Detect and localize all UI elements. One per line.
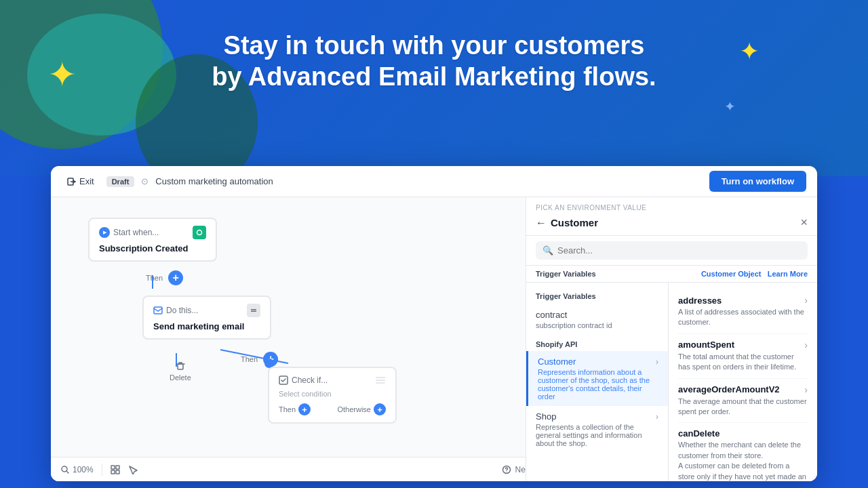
panel-right-column: addresses › A list of addresses associat… xyxy=(669,283,817,481)
then3-label: Then xyxy=(279,405,296,413)
turn-on-button[interactable]: Turn on workflow xyxy=(709,171,806,192)
workflow-title: Custom marketing automation xyxy=(155,176,273,186)
shop-chevron: › xyxy=(656,411,658,422)
svg-rect-14 xyxy=(111,466,115,469)
then1-label: Then xyxy=(146,274,163,282)
search-icon: 🔍 xyxy=(542,245,553,256)
panel-left-column: Trigger Variables contract subscription … xyxy=(526,283,669,481)
panel-content: Trigger Variables contract subscription … xyxy=(526,283,817,481)
hero-line1: Stay in touch with your customers xyxy=(0,30,868,62)
delete-button[interactable]: Delete xyxy=(170,360,191,382)
app-window: Exit Draft ⊙ Custom marketing automation… xyxy=(51,166,817,481)
panel-title: Customer xyxy=(551,217,598,228)
prop-averageorderamount[interactable]: averageOrderAmountV2 › The average amoun… xyxy=(678,379,808,424)
col-header-right-text: Customer Object xyxy=(701,270,762,278)
otherwise-branch-btn[interactable]: + xyxy=(374,403,386,415)
workflow-title-text: Custom marketing automation xyxy=(155,176,273,186)
right-panel: PICK AN ENVIRONMENT VALUE ← Customer × 🔍… xyxy=(526,197,817,481)
separator: ⊙ xyxy=(141,176,149,186)
exit-icon xyxy=(67,177,77,186)
panel-env-label: PICK AN ENVIRONMENT VALUE xyxy=(536,204,808,211)
svg-rect-6 xyxy=(251,309,256,310)
hero-line2: by Advanced Email Marketing flows. xyxy=(0,62,868,93)
email-settings-btn[interactable] xyxy=(247,304,260,317)
zoom-label: 100% xyxy=(73,465,94,474)
star-small-icon: ✦ xyxy=(724,98,736,115)
shop-name: Shop xyxy=(536,411,556,422)
delete-label: Delete xyxy=(170,373,191,382)
exit-label: Exit xyxy=(79,176,94,186)
panel-back-button[interactable]: ← Customer xyxy=(536,217,598,229)
do-label-text: Do this... xyxy=(166,306,198,315)
svg-rect-15 xyxy=(116,466,119,469)
col-header-left: Trigger Variables xyxy=(536,270,596,278)
canvas-zoom: 100% xyxy=(60,465,94,474)
svg-rect-11 xyxy=(376,380,385,381)
zoom-icon xyxy=(60,465,70,474)
cursor-icon xyxy=(128,465,138,474)
start-icon xyxy=(99,227,110,238)
canvas-grid-btn[interactable] xyxy=(111,465,120,474)
toolbar-left: Exit Draft ⊙ Custom marketing automation xyxy=(62,174,273,189)
email-node: Do this... Send marketing email xyxy=(115,296,271,340)
canvas-bottom-toolbar: 100% xyxy=(51,457,566,481)
canvas-area: Start when... Subscription Created Then … xyxy=(51,197,566,481)
check-settings-icon xyxy=(375,375,386,386)
otherwise-label: Otherwise xyxy=(337,405,371,413)
trigger-variables-header: Trigger Variables xyxy=(526,289,668,304)
svg-point-19 xyxy=(506,471,507,472)
add-node-btn-1[interactable]: + xyxy=(168,270,183,285)
svg-rect-12 xyxy=(376,382,385,384)
help-icon xyxy=(502,465,511,474)
search-input[interactable] xyxy=(557,245,801,256)
condition-placeholder: Select condition xyxy=(279,390,386,398)
contract-sub: subscription contract id xyxy=(536,321,658,329)
shop-desc: Represents a collection of the general s… xyxy=(536,423,658,447)
columns-header: Trigger Variables Customer Object Learn … xyxy=(526,266,817,283)
list-item-shop[interactable]: Shop › Represents a collection of the ge… xyxy=(526,406,668,453)
svg-rect-8 xyxy=(178,364,183,369)
check-icon xyxy=(279,375,288,385)
panel-close-button[interactable]: × xyxy=(800,216,808,230)
canvas-cursor-btn[interactable] xyxy=(128,465,138,474)
shopify-api-header: Shopify API xyxy=(526,335,668,351)
svg-point-13 xyxy=(62,466,67,472)
check-node: Check if... Select condition Then + xyxy=(268,367,397,424)
grid-icon xyxy=(111,465,120,474)
prop-candelete: canDelete Whether the merchant can delet… xyxy=(678,423,808,481)
panel-header: PICK AN ENVIRONMENT VALUE ← Customer × xyxy=(526,197,817,236)
svg-rect-7 xyxy=(251,311,256,312)
then-branch-btn[interactable]: + xyxy=(298,403,311,415)
customer-name: Customer xyxy=(538,357,576,367)
subscription-created-text: Subscription Created xyxy=(99,243,206,253)
toolbar-right: Turn on workflow xyxy=(709,171,806,192)
draft-badge: Draft xyxy=(106,176,135,187)
panel-search-area: 🔍 xyxy=(526,236,817,266)
prop-addresses[interactable]: addresses › A list of addresses associat… xyxy=(678,289,808,334)
check-label-text: Check if... xyxy=(292,375,328,385)
email-label-text: Send marketing email xyxy=(153,321,260,331)
email-icon xyxy=(153,306,163,314)
contract-name: contract xyxy=(536,310,658,320)
then2-label: Then xyxy=(241,355,258,363)
toolbar: Exit Draft ⊙ Custom marketing automation… xyxy=(51,166,817,197)
learn-more-text[interactable]: Learn More xyxy=(768,270,808,278)
list-item-contract[interactable]: contract subscription contract id xyxy=(526,304,668,335)
svg-point-4 xyxy=(197,230,202,235)
cb-sep1 xyxy=(102,464,102,476)
exit-button[interactable]: Exit xyxy=(62,174,100,189)
start-label-text: Start when... xyxy=(113,228,159,237)
trash-icon xyxy=(174,360,186,372)
customer-desc: Represents information about a customer … xyxy=(538,368,658,401)
list-item-customer[interactable]: Customer › Represents information about … xyxy=(526,351,668,406)
svg-rect-5 xyxy=(154,307,162,314)
svg-rect-16 xyxy=(111,470,115,474)
back-arrow-icon: ← xyxy=(536,217,547,229)
prop-amountspent[interactable]: amountSpent › The total amount that the … xyxy=(678,334,808,379)
svg-rect-17 xyxy=(116,470,119,474)
hero-text: Stay in touch with your customers by Adv… xyxy=(0,30,868,92)
node-settings-btn[interactable] xyxy=(193,226,206,239)
learn-more-link[interactable]: Customer Object Learn More xyxy=(701,270,808,278)
svg-rect-10 xyxy=(376,377,385,378)
customer-chevron: › xyxy=(656,357,658,367)
